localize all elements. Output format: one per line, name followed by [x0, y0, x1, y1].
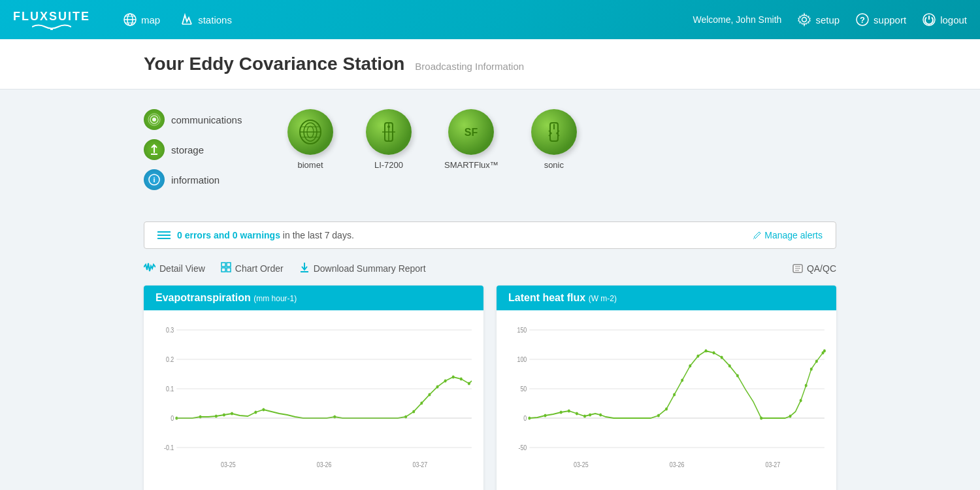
latent-heat-flux-chart: Latent heat flux (W m-2) 150 100 50 [497, 286, 836, 490]
instrument-li7200[interactable]: LI-7200 [366, 109, 412, 170]
qaqc-btn[interactable]: QA/QC [792, 263, 836, 274]
latent-heat-flux-header: Latent heat flux (W m-2) [497, 286, 836, 310]
latent-heat-flux-body: 150 100 50 0 -50 03-25 03-26 03-27 [497, 310, 836, 490]
logo-text: FLUXSUITE [13, 10, 90, 24]
svg-point-101 [681, 379, 683, 382]
info-svg: i [148, 174, 160, 186]
instrument-sonic[interactable]: sonic [531, 109, 577, 170]
svg-point-63 [254, 411, 257, 414]
svg-point-95 [583, 415, 586, 418]
svg-text:i: i [153, 176, 155, 184]
svg-point-97 [599, 414, 602, 417]
manage-alerts-label: Manage alerts [764, 230, 823, 240]
detail-view-label: Detail View [159, 263, 205, 274]
alert-post-text: in the last 7 days. [283, 230, 354, 240]
sonic-icon [531, 109, 577, 155]
svg-point-91 [544, 414, 547, 417]
svg-text:0.3: 0.3 [166, 326, 174, 334]
svg-point-103 [696, 355, 699, 358]
evapotranspiration-header: Evapotranspiration (mm hour-1) [144, 286, 483, 310]
svg-point-110 [789, 415, 792, 418]
download-report-label: Download Summary Report [314, 263, 426, 274]
alert-bar: 0 errors and 0 warnings in the last 7 da… [144, 221, 836, 249]
svg-point-73 [460, 378, 463, 381]
sidebar-nav: communications storage [144, 109, 287, 190]
svg-point-62 [231, 412, 233, 416]
svg-point-113 [810, 368, 813, 371]
biomet-svg [296, 118, 325, 146]
latent-heat-flux-title: Latent heat flux (W m-2) [508, 292, 617, 303]
smartflux-icon: SF [448, 109, 494, 155]
svg-point-100 [673, 393, 676, 397]
page-subtitle: Broadcasting Information [415, 61, 524, 72]
main-content: communications storage [0, 90, 980, 490]
svg-point-108 [736, 374, 739, 378]
svg-point-111 [800, 399, 802, 402]
svg-point-116 [823, 350, 826, 353]
detail-view-btn[interactable]: Detail View [144, 262, 205, 275]
biomet-label: biomet [297, 160, 323, 170]
svg-point-94 [576, 412, 578, 416]
logo[interactable]: FLUXSUITE [13, 10, 90, 30]
map-icon [123, 12, 137, 27]
information-label: information [171, 174, 220, 186]
comm-svg [148, 113, 161, 126]
download-report-btn[interactable]: Download Summary Report [299, 262, 426, 275]
svg-text:0: 0 [171, 414, 174, 422]
storage-svg [148, 144, 160, 155]
svg-point-92 [560, 411, 563, 414]
instrument-biomet[interactable]: biomet [287, 109, 333, 170]
svg-rect-37 [221, 268, 225, 272]
svg-text:03-26: 03-26 [317, 461, 332, 468]
svg-rect-35 [221, 263, 225, 267]
instrument-smartflux[interactable]: SF SMARTFlux™ [444, 109, 498, 170]
sidebar-item-information[interactable]: i information [144, 169, 287, 190]
svg-text:SF: SF [465, 127, 478, 138]
nav-map-label: map [141, 14, 160, 25]
svg-rect-38 [227, 268, 231, 272]
svg-point-107 [728, 365, 731, 368]
page-header: Your Eddy Covariance Station Broadcastin… [0, 39, 980, 90]
sidebar-item-communications[interactable]: communications [144, 109, 287, 130]
svg-point-93 [568, 410, 570, 413]
logo-wave-icon [32, 24, 71, 30]
svg-text:-50: -50 [518, 444, 527, 451]
nav-support-label: support [874, 14, 906, 25]
svg-text:03-27: 03-27 [413, 461, 428, 468]
evapotranspiration-title: Evapotranspiration (mm hour-1) [155, 292, 297, 303]
alert-highlight: 0 errors and 0 warnings [177, 230, 280, 240]
manage-alerts-btn[interactable]: Manage alerts [753, 230, 823, 240]
svg-text:0.1: 0.1 [166, 385, 174, 393]
svg-point-60 [215, 415, 218, 418]
sidebar-item-storage[interactable]: storage [144, 139, 287, 160]
chart-order-btn[interactable]: Chart Order [221, 262, 284, 275]
nav-setup-link[interactable]: setup [797, 12, 840, 27]
detail-view-icon [144, 262, 155, 275]
biomet-icon [287, 109, 333, 155]
svg-text:03-25: 03-25 [574, 461, 589, 468]
li7200-svg [374, 118, 403, 146]
charts-row: Evapotranspiration (mm hour-1) 0.3 0.2 0… [144, 286, 836, 490]
storage-icon [144, 139, 165, 160]
nav-right: Welcome, John Smith setup ? support logo… [693, 12, 967, 27]
nav-logout-label: logout [940, 14, 967, 25]
svg-text:?: ? [860, 15, 865, 25]
nav-support-link[interactable]: ? support [855, 12, 906, 27]
logout-icon [922, 12, 936, 27]
nav-logout-link[interactable]: logout [922, 12, 967, 27]
nav-map-link[interactable]: map [123, 12, 160, 27]
svg-point-70 [436, 385, 439, 389]
svg-point-90 [528, 417, 531, 420]
nav-stations-link[interactable]: stations [180, 12, 232, 27]
svg-text:03-27: 03-27 [766, 461, 781, 468]
communications-label: communications [171, 114, 242, 125]
svg-point-105 [713, 351, 715, 355]
svg-point-104 [704, 350, 707, 353]
grid-icon [221, 262, 231, 272]
svg-text:03-26: 03-26 [670, 461, 685, 468]
pencil-icon [753, 231, 762, 240]
download-svg [299, 262, 310, 272]
gear-icon [797, 12, 811, 27]
evapotranspiration-svg: 0.3 0.2 0.1 0 -0.1 03-25 03-26 03-27 [150, 317, 477, 487]
chart-order-icon [221, 262, 231, 275]
